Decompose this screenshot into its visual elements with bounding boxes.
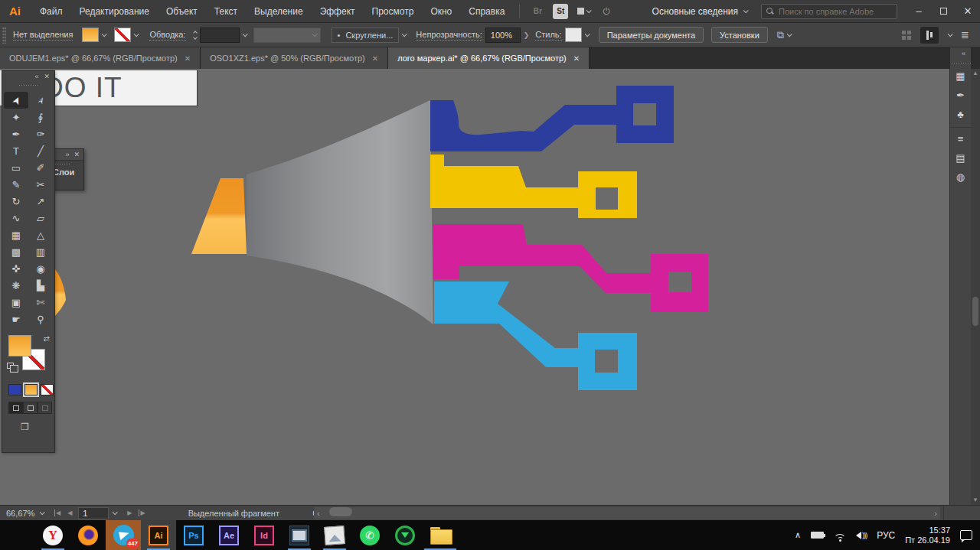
taskbar-illustrator[interactable]: Ai — [141, 520, 176, 550]
preferences-button[interactable]: Установки — [711, 27, 768, 43]
maximize-button[interactable] — [931, 0, 956, 23]
panel-grip[interactable] — [18, 84, 38, 87]
tab-odujem1[interactable]: ODUJEM1.eps* @ 66,67% (RGB/Просмотр) ✕ — [0, 47, 201, 69]
horizontal-scrollbar[interactable]: ‹ › — [314, 507, 940, 519]
scroll-up-icon[interactable]: ▲ — [971, 69, 980, 78]
zoom-tool[interactable]: ⚲ — [28, 311, 53, 327]
logo-marker-tip[interactable] — [191, 178, 247, 254]
panel-menu-icon[interactable]: ≣ — [961, 29, 969, 41]
language-indicator[interactable]: РУС — [877, 530, 895, 541]
menu-edit[interactable]: Редактирование — [71, 0, 158, 23]
workspace-layout-icon[interactable] — [920, 27, 939, 44]
none-button[interactable] — [41, 384, 54, 395]
logo-cyan-trace[interactable] — [434, 282, 637, 390]
taskbar-aftereffects[interactable]: Ae — [211, 520, 247, 550]
mesh-tool[interactable]: ▩ — [4, 243, 28, 260]
logo-blue-trace[interactable] — [430, 86, 674, 151]
tray-expand-icon[interactable]: ∧ — [795, 530, 801, 540]
menu-effect[interactable]: Эффект — [312, 0, 364, 23]
swatches-panel[interactable]: ▦ — [950, 67, 972, 86]
taskbar-telegram[interactable]: 447 — [106, 520, 141, 550]
collapse-icon[interactable]: « — [962, 50, 965, 57]
action-center-icon[interactable] — [960, 530, 972, 540]
status-indicator-text[interactable]: Выделенный фрагмент — [188, 509, 279, 518]
bridge-icon[interactable]: Br — [530, 4, 545, 19]
screen-share-icon[interactable]: ⏻ — [599, 4, 614, 19]
panel-grip[interactable] — [951, 62, 971, 65]
brushes-panel[interactable]: ✒ — [950, 86, 972, 105]
blend-tool[interactable]: ◉ — [28, 260, 53, 277]
scissors-tool[interactable]: ✂ — [28, 176, 53, 193]
pen-tool[interactable]: ✒ — [4, 125, 28, 142]
tab-close-icon[interactable]: ✕ — [573, 54, 580, 63]
artboard-number-field[interactable]: 1 — [78, 507, 109, 519]
screen-mode-icon[interactable]: ❐ — [2, 414, 54, 432]
close-icon[interactable]: ✕ — [74, 151, 80, 158]
wifi-icon[interactable] — [834, 531, 846, 540]
menu-file[interactable]: Файл — [31, 0, 71, 23]
chevron-down-icon[interactable] — [242, 31, 247, 37]
chevron-down-icon[interactable] — [40, 509, 45, 515]
taskbar-start[interactable] — [0, 520, 35, 550]
stock-icon[interactable]: St — [553, 4, 568, 19]
opacity-label[interactable]: Непрозрачность: — [416, 30, 482, 41]
graph-tool[interactable]: ▙ — [28, 277, 53, 294]
chevron-down-icon[interactable] — [113, 509, 118, 515]
expand-icon[interactable]: » — [65, 151, 69, 158]
chevron-down-icon[interactable] — [402, 31, 407, 37]
taskbar-photoshop[interactable]: Ps — [176, 520, 211, 550]
rectangle-tool[interactable]: ▭ — [4, 159, 28, 176]
type-tool[interactable]: T — [4, 142, 28, 159]
symbols-panel[interactable]: ♣ — [950, 105, 972, 124]
scroll-left-icon[interactable]: ‹ — [317, 509, 320, 518]
brush-definition-dropdown[interactable]: • Скруглени... — [332, 28, 400, 43]
help-search[interactable] — [761, 4, 897, 19]
vertical-scrollbar[interactable]: ▲ ▼ — [971, 69, 980, 505]
document-setup-button[interactable]: Параметры документа — [599, 27, 704, 43]
curvature-tool[interactable]: ✑ — [28, 125, 53, 142]
perspective-grid-tool[interactable]: △ — [28, 226, 53, 243]
shape-builder-tool[interactable]: ▦ — [4, 226, 28, 243]
panel-grip[interactable] — [2, 27, 6, 44]
previous-artboard-button[interactable]: ◀ — [67, 509, 72, 516]
draw-normal-button[interactable] — [8, 402, 23, 414]
tab-close-icon[interactable]: ✕ — [372, 54, 378, 63]
fill-proxy-swatch[interactable] — [8, 335, 31, 356]
battery-icon[interactable] — [811, 532, 824, 539]
minimize-button[interactable]: – — [906, 0, 931, 23]
tab-logo-marker[interactable]: лого маркер.ai* @ 66,67% (RGB/Просмотр) … — [388, 47, 590, 69]
taskbar-whatsapp[interactable]: ✆ — [352, 520, 387, 550]
stroke-panel[interactable]: ≡ — [950, 129, 972, 148]
stroke-weight-stepper[interactable] — [194, 31, 197, 39]
chevron-down-icon[interactable] — [948, 31, 953, 37]
swap-fill-stroke-icon[interactable]: ⇄ — [44, 334, 50, 343]
close-icon[interactable]: ✕ — [44, 73, 50, 80]
stroke-color-swatch[interactable] — [114, 28, 131, 42]
search-input[interactable] — [779, 7, 886, 16]
logo-funnel-shape[interactable] — [247, 100, 433, 324]
zoom-level-value[interactable]: 66,67% — [0, 509, 40, 518]
menu-window[interactable]: Окно — [422, 0, 460, 23]
chevron-down-icon[interactable] — [102, 31, 107, 37]
menu-help[interactable]: Справка — [460, 0, 513, 23]
gradient-button[interactable] — [24, 384, 38, 395]
stroke-weight-label[interactable]: Обводка: — [149, 30, 185, 41]
fill-color-swatch[interactable] — [82, 28, 99, 42]
opacity-value[interactable]: 100% — [485, 28, 521, 43]
width-tool[interactable]: ∿ — [4, 210, 28, 226]
color-button[interactable] — [8, 384, 21, 395]
last-artboard-button[interactable]: ▶ — [139, 509, 145, 516]
selection-tool[interactable]: ➤ — [4, 92, 28, 109]
clock[interactable]: 15:37 Пт 26.04.19 — [905, 526, 950, 545]
shaper-tool[interactable]: ✎ — [4, 176, 28, 193]
eyedropper-tool[interactable]: ✜ — [4, 260, 28, 277]
slice-tool[interactable]: ✄ — [28, 294, 53, 311]
style-label[interactable]: Стиль: — [535, 30, 561, 41]
transparency-panel[interactable]: ◍ — [950, 168, 972, 187]
close-button[interactable]: ✕ — [956, 0, 980, 23]
taskbar-explorer[interactable] — [423, 520, 458, 550]
canvas[interactable]: DO IT » ✕ — [0, 69, 980, 505]
taskbar-firefox[interactable] — [70, 520, 106, 550]
next-artboard-button[interactable]: ▶ — [127, 509, 132, 516]
vertical-scroll-thumb[interactable] — [972, 297, 978, 326]
